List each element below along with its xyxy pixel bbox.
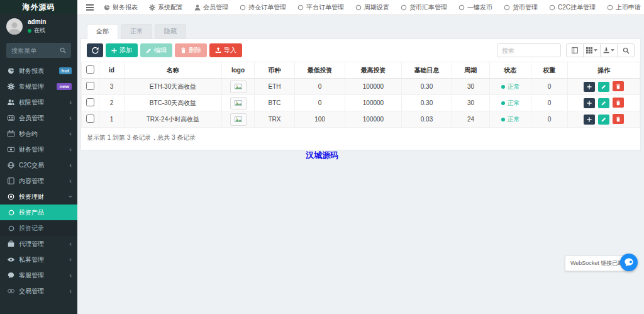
trash-icon <box>616 84 621 89</box>
nav-item-system-config[interactable]: 系统配置 <box>144 0 188 15</box>
tab-hidden[interactable]: 隐藏 <box>155 24 186 39</box>
chevron-down-icon: ‹ <box>67 196 74 198</box>
import-button[interactable]: 导入 <box>209 43 242 57</box>
columns-dropdown-button[interactable] <box>583 43 601 57</box>
table-row[interactable]: 2 BTC-30天高收益 BTC 0 100000 0.30 30 正常 0 <box>82 95 640 111</box>
row-copy-button[interactable] <box>584 82 595 92</box>
chevron-left-icon: ‹ <box>69 130 72 137</box>
chevron-left-icon: ‹ <box>69 115 72 121</box>
caret-down-icon <box>594 49 597 52</box>
refresh-button[interactable] <box>87 43 103 57</box>
sidebar-item-investment[interactable]: 投资理财 ‹ <box>0 189 77 205</box>
nav-item-one-key-coin[interactable]: 一键发币 <box>453 0 497 15</box>
col-coin: 币种 <box>255 62 295 79</box>
nav-item-position-orders[interactable]: 持仓订单管理 <box>235 0 291 15</box>
table-toolbar: 添加 编辑 删除 导入 <box>81 39 640 62</box>
sidebar-search-input[interactable] <box>11 47 60 54</box>
row-copy-button[interactable] <box>584 98 595 108</box>
chevron-left-icon: ‹ <box>69 146 72 153</box>
nav-item-coin-application[interactable]: 上币申请 <box>602 0 644 15</box>
new-badge: new <box>57 83 72 90</box>
hamburger-icon[interactable] <box>82 4 97 11</box>
col-name: 名称 <box>125 62 222 79</box>
toggle-view-button[interactable] <box>566 43 584 57</box>
circle-icon <box>549 4 555 11</box>
users-icon <box>7 99 15 106</box>
export-dropdown-button[interactable] <box>600 43 618 57</box>
circle-icon <box>458 4 465 11</box>
cell-name: BTC-30天高收益 <box>125 95 222 111</box>
chat-bubble-icon <box>624 257 634 267</box>
sidebar-item-finance-manage[interactable]: 财务管理 ‹ <box>0 142 77 157</box>
add-button[interactable]: 添加 <box>106 43 138 57</box>
chevron-left-icon: ‹ <box>69 162 72 169</box>
status-dot-icon <box>501 85 505 89</box>
select-all-checkbox[interactable] <box>86 65 94 74</box>
row-copy-button[interactable] <box>584 115 595 125</box>
upload-icon <box>215 47 221 53</box>
edit-button[interactable]: 编辑 <box>140 43 172 57</box>
row-edit-button[interactable] <box>598 98 609 108</box>
cell-coin: ETH <box>255 79 295 95</box>
status-dot-icon <box>501 118 505 121</box>
col-status: 状态 <box>490 62 531 79</box>
row-edit-button[interactable] <box>598 115 609 125</box>
nav-item-cycle-settings[interactable]: 周期设置 <box>350 0 394 15</box>
delete-button[interactable]: 删除 <box>175 43 207 57</box>
sidebar-item-customer-service[interactable]: 客服管理 ‹ <box>0 267 77 283</box>
row-checkbox[interactable] <box>86 98 94 106</box>
briefcase-icon <box>7 240 15 247</box>
nav-item-finance-report[interactable]: 财务报表 <box>99 0 143 15</box>
circle-icon <box>607 4 613 11</box>
tab-normal[interactable]: 正常 <box>121 24 152 39</box>
nav-item-currency-manage[interactable]: 货币管理 <box>499 0 543 15</box>
row-delete-button[interactable] <box>613 114 624 124</box>
sidebar-item-invest-product[interactable]: 投资产品 <box>0 205 77 220</box>
sidebar-item-private-fund[interactable]: 私募管理 ‹ <box>0 252 77 267</box>
cell-rate: 0.03 <box>402 111 452 128</box>
eye-icon <box>7 288 15 294</box>
dot-circle-icon <box>7 193 15 200</box>
search-toggle-button[interactable] <box>617 43 635 57</box>
nav-item-platform-orders[interactable]: 平台订单管理 <box>292 0 349 15</box>
sidebar-item-content-manage[interactable]: 内容管理 ‹ <box>0 173 77 189</box>
pie-chart-icon <box>104 4 110 11</box>
sidebar-item-second-contract[interactable]: 秒合约 ‹ <box>0 126 77 142</box>
chevron-left-icon: ‹ <box>69 240 72 247</box>
table-row[interactable]: 1 TRX-24小时高收益 TRX 100 100000 0.03 24 正常 … <box>82 111 640 128</box>
search-icon[interactable] <box>60 47 66 53</box>
table-header-row: id 名称 logo 币种 最低投资 最高投资 基础日息 周期 状态 权重 操作 <box>82 62 640 79</box>
chat-button[interactable] <box>620 254 638 271</box>
row-checkbox[interactable] <box>86 82 94 90</box>
row-delete-button[interactable] <box>613 98 624 108</box>
sidebar-item-permission[interactable]: 权限管理 ‹ <box>0 94 77 110</box>
sidebar-item-trade-manage[interactable]: 交易管理 ‹ <box>0 283 77 299</box>
col-logo: logo <box>222 62 255 79</box>
top-navbar: 财务报表 系统配置 会员管理 持仓订单管理 平台订单管理 周期设置 货币汇率管理… <box>77 0 644 15</box>
row-checkbox[interactable] <box>86 115 94 123</box>
eye-icon <box>7 256 15 263</box>
sidebar-item-member[interactable]: 会员管理 ‹ <box>0 110 77 126</box>
nav-item-exchange-rate[interactable]: 货币汇率管理 <box>396 0 452 15</box>
trash-icon <box>616 100 621 106</box>
nav-item-member-manage[interactable]: 会员管理 <box>189 0 233 15</box>
sidebar-item-general-manage[interactable]: 常规管理 new <box>0 79 77 94</box>
table-search-input[interactable] <box>497 43 561 57</box>
cell-min: 100 <box>295 111 345 128</box>
row-edit-button[interactable] <box>598 82 609 92</box>
tab-all[interactable]: 全部 <box>87 24 118 39</box>
plus-icon <box>587 117 592 122</box>
cell-id: 2 <box>99 95 125 111</box>
row-delete-button[interactable] <box>613 81 624 91</box>
sidebar-item-invest-record[interactable]: 投资记录 <box>0 220 77 236</box>
cell-max: 100000 <box>345 111 402 128</box>
col-max-invest: 最高投资 <box>345 62 402 79</box>
nav-item-c2c-listing[interactable]: C2C挂单管理 <box>544 0 601 15</box>
table-row[interactable]: 3 ETH-30天高收益 ETH 0 100000 0.30 30 正常 0 <box>82 79 640 95</box>
circle-icon <box>7 210 15 216</box>
sidebar-item-finance-report[interactable]: 财务报表 hot <box>0 63 77 79</box>
sidebar-item-agent-manage[interactable]: 代理管理 ‹ <box>0 236 77 252</box>
sidebar-item-c2c-trade[interactable]: C2C交易 ‹ <box>0 157 77 173</box>
col-daily-rate: 基础日息 <box>402 62 452 79</box>
trash-icon <box>180 47 186 53</box>
